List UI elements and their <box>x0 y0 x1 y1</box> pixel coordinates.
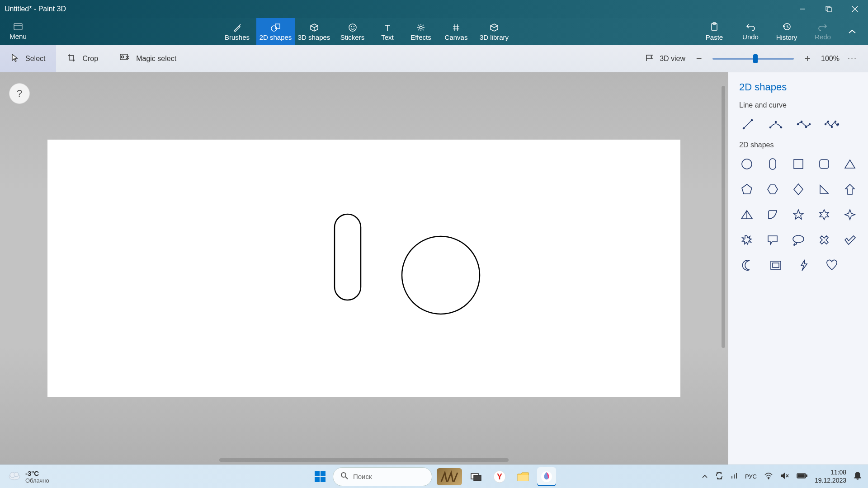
shape-right-triangle[interactable] <box>816 181 831 198</box>
horizontal-scrollbar[interactable] <box>219 458 509 462</box>
svg-line-32 <box>744 120 752 128</box>
zoom-in-button[interactable]: + <box>802 53 813 65</box>
titlebar: Untitled* - Paint 3D <box>0 0 868 18</box>
shape-circle[interactable] <box>739 155 754 173</box>
shape-capsule[interactable] <box>765 155 780 173</box>
help-button[interactable]: ? <box>9 83 30 104</box>
svg-point-53 <box>795 243 797 244</box>
undo-button[interactable]: Undo <box>732 18 769 45</box>
shape-moon[interactable] <box>739 257 756 274</box>
collapse-ribbon-button[interactable] <box>841 18 863 45</box>
shape-frame[interactable] <box>767 257 784 274</box>
svg-point-42 <box>825 124 826 125</box>
svg-rect-79 <box>806 475 807 477</box>
minimize-button[interactable] <box>789 0 816 18</box>
tray-wifi-icon[interactable] <box>764 472 773 481</box>
shape-speech-cloud[interactable] <box>791 231 806 249</box>
shape-star5[interactable] <box>791 206 806 223</box>
shape-arrow-up[interactable] <box>842 181 857 198</box>
cloud-icon <box>8 470 21 483</box>
tab-brushes[interactable]: Brushes <box>218 18 256 45</box>
shape-rounded-square[interactable] <box>816 155 831 173</box>
text-icon <box>383 23 392 33</box>
line-tool[interactable] <box>739 116 756 133</box>
shape-pentagon[interactable] <box>739 181 754 198</box>
svg-point-45 <box>835 121 836 122</box>
taskbar-yandex[interactable]: Y <box>490 467 509 486</box>
tab-text[interactable]: Text <box>372 18 403 45</box>
history-button[interactable]: History <box>769 18 805 45</box>
tab-3d-shapes[interactable]: 3D shapes <box>295 18 333 45</box>
flag-icon <box>645 54 654 64</box>
curve-3pt-tool[interactable] <box>767 116 784 133</box>
svg-rect-49 <box>794 160 803 169</box>
curve-4pt-tool[interactable] <box>795 116 812 133</box>
svg-text:Y: Y <box>497 472 502 481</box>
more-button[interactable]: ··· <box>848 54 857 63</box>
svg-rect-2 <box>827 8 831 12</box>
tray-notifications-icon[interactable] <box>854 471 862 482</box>
tray-language[interactable]: РУС <box>745 473 757 480</box>
shape-diamond[interactable] <box>791 181 806 198</box>
zoom-out-button[interactable]: − <box>693 53 704 65</box>
3d-view-button[interactable]: 3D view <box>645 54 685 64</box>
weather-widget[interactable]: -3°C Облачно <box>0 469 49 484</box>
svg-point-75 <box>768 478 769 479</box>
library-3d-icon <box>489 23 499 33</box>
shape-burst[interactable] <box>739 231 754 249</box>
shape-lightning[interactable] <box>795 257 812 274</box>
svg-rect-62 <box>315 477 320 482</box>
tab-effects[interactable]: Effects <box>403 18 439 45</box>
select-button[interactable]: Select <box>0 45 56 72</box>
tray-chevron-icon[interactable] <box>702 473 708 480</box>
tab-canvas[interactable]: Canvas <box>439 18 474 45</box>
maximize-button[interactable] <box>816 0 842 18</box>
menu-button[interactable]: Menu <box>0 18 36 45</box>
svg-rect-50 <box>820 160 829 169</box>
vertical-scrollbar[interactable] <box>722 86 725 348</box>
search-highlight[interactable] <box>437 468 462 485</box>
tab-2d-shapes[interactable]: 2D shapes <box>256 18 295 45</box>
shape-star4[interactable] <box>842 206 857 223</box>
close-button[interactable] <box>842 0 868 18</box>
tray-clock[interactable]: 11:08 19.12.2023 <box>815 469 846 484</box>
shape-heart[interactable] <box>823 257 840 274</box>
tray-volume-icon[interactable] <box>780 472 789 481</box>
shape-triangle[interactable] <box>842 155 857 173</box>
magic-select-button[interactable]: Magic select <box>109 45 187 72</box>
shape-check[interactable] <box>842 231 857 249</box>
paste-button[interactable]: Paste <box>696 18 732 45</box>
taskbar-paint3d[interactable] <box>537 467 556 486</box>
svg-point-39 <box>801 121 802 122</box>
curve-5pt-tool[interactable] <box>823 116 840 133</box>
tray-meter-icon[interactable] <box>731 472 738 481</box>
svg-line-19 <box>423 25 424 26</box>
shape-cross[interactable] <box>816 231 831 249</box>
canvas[interactable] <box>47 140 680 397</box>
shape-equilateral[interactable] <box>739 206 754 223</box>
shapes-2d-icon <box>271 23 281 33</box>
svg-line-20 <box>418 29 419 30</box>
shape-hexagon[interactable] <box>765 181 780 198</box>
shape-quarter[interactable] <box>765 206 780 223</box>
svg-rect-67 <box>474 475 481 481</box>
tab-stickers[interactable]: Stickers <box>333 18 372 45</box>
shape-speech-rect[interactable] <box>765 231 780 249</box>
tray-battery-icon[interactable] <box>797 473 807 480</box>
ribbon-tabs: Brushes 2D shapes 3D shapes Stickers Tex… <box>218 18 514 45</box>
svg-point-52 <box>793 235 804 243</box>
tray-sync-icon[interactable] <box>715 472 723 481</box>
shape-star6[interactable] <box>816 206 831 223</box>
taskbar-explorer[interactable] <box>514 467 533 486</box>
start-button[interactable] <box>312 469 328 485</box>
search-box[interactable]: Поиск <box>333 467 432 486</box>
redo-button[interactable]: Redo <box>805 18 841 45</box>
crop-button[interactable]: Crop <box>56 45 109 72</box>
svg-rect-60 <box>315 471 320 476</box>
tab-3d-library[interactable]: 3D library <box>474 18 514 45</box>
canvas-icon <box>452 23 461 33</box>
magic-select-icon <box>120 54 130 64</box>
taskbar-taskview[interactable] <box>467 467 486 486</box>
zoom-slider[interactable] <box>712 58 794 60</box>
shape-square[interactable] <box>791 155 806 173</box>
